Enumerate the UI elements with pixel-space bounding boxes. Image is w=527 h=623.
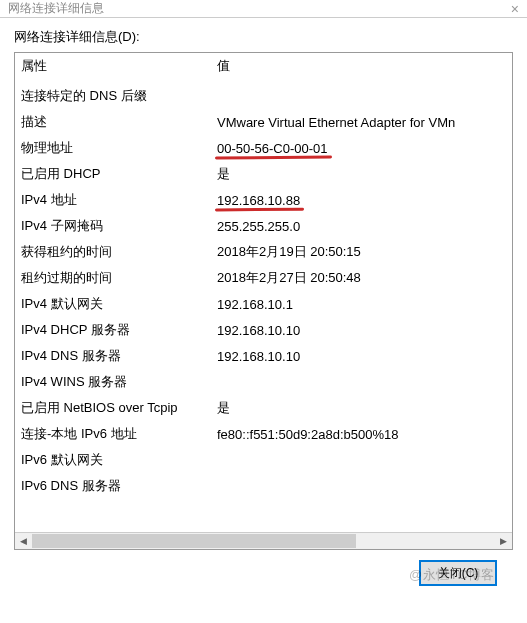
property-cell: IPv4 地址 — [15, 187, 211, 213]
property-cell: 连接-本地 IPv6 地址 — [15, 421, 211, 447]
dialog-titlebar: 网络连接详细信息 × — [0, 0, 527, 18]
value-cell: 是 — [211, 395, 512, 421]
value-cell: 192.168.10.10 — [211, 317, 512, 343]
scroll-track[interactable] — [32, 533, 495, 549]
table-row[interactable]: IPv4 DHCP 服务器192.168.10.10 — [15, 317, 512, 343]
value-cell: 255.255.255.0 — [211, 213, 512, 239]
scroll-thumb[interactable] — [32, 534, 356, 548]
value-cell — [211, 447, 512, 473]
table-row[interactable]: 连接特定的 DNS 后缀 — [15, 83, 512, 109]
value-cell: fe80::f551:50d9:2a8d:b500%18 — [211, 421, 512, 447]
property-cell: IPv4 DHCP 服务器 — [15, 317, 211, 343]
table-row[interactable]: 描述VMware Virtual Ethernet Adapter for VM… — [15, 109, 512, 135]
property-cell: IPv4 默认网关 — [15, 291, 211, 317]
value-cell — [211, 369, 512, 395]
details-frame: 属性 值 连接特定的 DNS 后缀描述VMware Virtual Ethern… — [14, 52, 513, 550]
value-cell — [211, 83, 512, 109]
property-cell: 租约过期的时间 — [15, 265, 211, 291]
property-cell: IPv6 默认网关 — [15, 447, 211, 473]
dialog-title: 网络连接详细信息 — [8, 0, 104, 17]
table-row[interactable]: 连接-本地 IPv6 地址fe80::f551:50d9:2a8d:b500%1… — [15, 421, 512, 447]
scroll-left-icon[interactable]: ◀ — [15, 533, 32, 549]
table-row[interactable]: IPv4 WINS 服务器 — [15, 369, 512, 395]
property-cell: 获得租约的时间 — [15, 239, 211, 265]
value-cell: 192.168.10.1 — [211, 291, 512, 317]
close-icon[interactable]: × — [511, 1, 519, 17]
value-cell: 2018年2月27日 20:50:48 — [211, 265, 512, 291]
table-row[interactable]: IPv4 默认网关192.168.10.1 — [15, 291, 512, 317]
value-cell: 00-50-56-C0-00-01 — [211, 135, 512, 161]
property-cell: IPv6 DNS 服务器 — [15, 473, 211, 499]
value-cell: 192.168.10.88 — [211, 187, 512, 213]
dialog-content: 网络连接详细信息(D): 属性 值 连接特定的 DNS 后缀描述VMware V… — [0, 18, 527, 592]
value-cell: 192.168.10.10 — [211, 343, 512, 369]
scroll-right-icon[interactable]: ▶ — [495, 533, 512, 549]
property-cell: 已启用 NetBIOS over Tcpip — [15, 395, 211, 421]
table-row[interactable]: 租约过期的时间2018年2月27日 20:50:48 — [15, 265, 512, 291]
table-row[interactable]: IPv4 地址192.168.10.88 — [15, 187, 512, 213]
table-row[interactable]: 获得租约的时间2018年2月19日 20:50:15 — [15, 239, 512, 265]
table-row[interactable]: IPv4 子网掩码255.255.255.0 — [15, 213, 512, 239]
property-cell: 物理地址 — [15, 135, 211, 161]
property-cell: IPv4 WINS 服务器 — [15, 369, 211, 395]
property-cell: 描述 — [15, 109, 211, 135]
table-row[interactable]: 物理地址00-50-56-C0-00-01 — [15, 135, 512, 161]
table-row[interactable]: IPv6 DNS 服务器 — [15, 473, 512, 499]
value-cell: 2018年2月19日 20:50:15 — [211, 239, 512, 265]
close-button[interactable]: 关闭(C) — [419, 560, 497, 586]
details-table: 属性 值 连接特定的 DNS 后缀描述VMware Virtual Ethern… — [15, 53, 512, 499]
table-row[interactable]: IPv4 DNS 服务器192.168.10.10 — [15, 343, 512, 369]
value-cell — [211, 473, 512, 499]
table-row[interactable]: 已启用 DHCP是 — [15, 161, 512, 187]
col-header-value[interactable]: 值 — [211, 53, 512, 83]
property-cell: IPv4 子网掩码 — [15, 213, 211, 239]
property-cell: 已启用 DHCP — [15, 161, 211, 187]
table-row[interactable]: IPv6 默认网关 — [15, 447, 512, 473]
value-cell: VMware Virtual Ethernet Adapter for VMn — [211, 109, 512, 135]
details-label: 网络连接详细信息(D): — [14, 28, 513, 46]
table-row[interactable]: 已启用 NetBIOS over Tcpip是 — [15, 395, 512, 421]
dialog-footer: 关闭(C) @永恒TC博客 — [14, 550, 513, 586]
col-header-property[interactable]: 属性 — [15, 53, 211, 83]
property-cell: 连接特定的 DNS 后缀 — [15, 83, 211, 109]
horizontal-scrollbar[interactable]: ◀ ▶ — [15, 532, 512, 549]
details-table-wrap: 属性 值 连接特定的 DNS 后缀描述VMware Virtual Ethern… — [15, 53, 512, 532]
property-cell: IPv4 DNS 服务器 — [15, 343, 211, 369]
value-cell: 是 — [211, 161, 512, 187]
